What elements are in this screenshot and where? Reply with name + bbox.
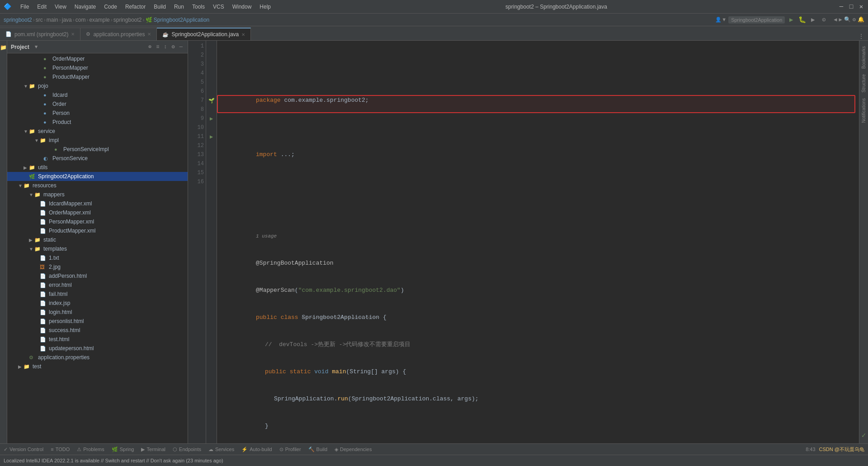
status-todo[interactable]: ≡ TODO	[51, 447, 70, 452]
hide-button[interactable]: ─	[178, 43, 184, 51]
gutter-run-icon-2[interactable]: ▶	[206, 132, 217, 141]
run-button[interactable]: ▶	[787, 15, 796, 24]
menu-build[interactable]: Build	[150, 3, 170, 11]
debug-button[interactable]: 🐛	[797, 15, 807, 24]
vtab-notifications[interactable]: Notifications	[861, 96, 867, 124]
menu-code[interactable]: Code	[100, 3, 121, 11]
nav-back[interactable]: ◀	[834, 16, 837, 23]
coverage-button[interactable]: ▶	[808, 15, 817, 24]
list-item[interactable]: ● Idcard	[7, 90, 188, 100]
vtab-structure[interactable]: Structure	[861, 72, 867, 95]
list-item[interactable]: ● PersonServiceImpl	[7, 145, 188, 154]
search-everywhere[interactable]: 🔍	[844, 16, 851, 23]
list-item[interactable]: ● PersonMapper	[7, 63, 188, 72]
build-icon: 🔨	[308, 447, 315, 452]
list-item[interactable]: 🌿 Springboot2Application	[7, 172, 188, 181]
list-item[interactable]: 📄 fail.html	[7, 290, 188, 299]
list-item[interactable]: ▼ 📁 service	[7, 127, 188, 136]
panel-dropdown[interactable]: ▼	[35, 44, 38, 50]
interface-icon: ◐	[43, 156, 51, 162]
img-icon: 🖼	[40, 264, 47, 270]
list-item[interactable]: ▼ 📁 resources	[7, 181, 188, 190]
list-item[interactable]: ● Order	[7, 100, 188, 109]
list-item[interactable]: ● ProductMapper	[7, 72, 188, 81]
code-content[interactable]: package com.example.springboot2; import …	[217, 41, 859, 443]
menu-file[interactable]: File	[17, 3, 33, 11]
list-item[interactable]: 📄 login.html	[7, 308, 188, 317]
menu-run[interactable]: Run	[170, 3, 188, 11]
menu-vcs[interactable]: VCS	[209, 3, 228, 11]
file-name: 1.txt	[49, 255, 59, 261]
status-version-control[interactable]: ✓ Version Control	[4, 447, 43, 452]
settings-button[interactable]: ⚙	[853, 16, 856, 23]
list-item[interactable]: ▶ 📁 test	[7, 362, 188, 371]
status-spring[interactable]: 🌿 Spring	[112, 447, 134, 452]
status-services[interactable]: ☁ Services	[208, 447, 234, 452]
list-item[interactable]: 📄 error.html	[7, 281, 188, 290]
tab-main-class[interactable]: ☕ Springboot2Application.java ✕	[157, 28, 251, 40]
list-item[interactable]: 🖼 2.jpg	[7, 262, 188, 271]
tab-main-close[interactable]: ✕	[241, 32, 245, 37]
list-item[interactable]: ● OrderMapper	[7, 54, 188, 63]
list-item[interactable]: ● Product	[7, 118, 188, 127]
menu-window[interactable]: Window	[229, 3, 255, 11]
status-profiler[interactable]: ⊙ Profiler	[279, 447, 301, 452]
problems-label: Problems	[83, 447, 104, 452]
tab-properties[interactable]: ⚙ application.properties ✕	[80, 28, 157, 40]
list-item[interactable]: 📄 IdcardMapper.xml	[7, 199, 188, 208]
maximize-button[interactable]: □	[848, 4, 854, 10]
project-icon[interactable]: 📁	[0, 44, 7, 51]
menu-navigate[interactable]: Navigate	[71, 3, 99, 11]
tab-pom[interactable]: 📄 pom.xml (springboot2) ✕	[0, 28, 80, 40]
status-dependencies[interactable]: ◈ Dependencies	[335, 447, 372, 452]
list-item[interactable]: ▶ 📁 static	[7, 235, 188, 244]
status-problems[interactable]: ⚠ Problems	[77, 447, 104, 452]
list-item[interactable]: ▶ 📁 utils	[7, 163, 188, 172]
list-item[interactable]: ◐ PersonService	[7, 154, 188, 163]
list-item[interactable]: 📄 PersonMapper.xml	[7, 217, 188, 226]
tab-menu-button[interactable]: ⋮	[858, 33, 864, 40]
vtab-bookmarks[interactable]: Bookmarks	[861, 44, 867, 71]
tab-properties-close[interactable]: ✕	[147, 32, 151, 37]
list-item[interactable]: ▼ 📁 mappers	[7, 190, 188, 199]
list-item[interactable]: 📄 ProductMapper.xml	[7, 226, 188, 235]
list-item[interactable]: 📄 test.html	[7, 335, 188, 344]
collapse-all-button[interactable]: ≡	[155, 43, 160, 51]
list-item[interactable]: 📄 success.html	[7, 326, 188, 335]
status-auto-build[interactable]: ⚡ Auto-build	[241, 447, 272, 452]
list-item[interactable]: 📄 personlist.html	[7, 317, 188, 326]
list-item[interactable]: ▼ 📁 impl	[7, 136, 188, 145]
folder-icon: 📁	[29, 128, 36, 134]
list-item[interactable]: ▼ 📁 templates	[7, 244, 188, 253]
menu-refactor[interactable]: Refactor	[122, 3, 149, 11]
gutter-bean-icon[interactable]: 🌱	[206, 96, 217, 105]
list-item[interactable]: 📄 1.txt	[7, 253, 188, 262]
run-config-name[interactable]: Springboot2Application	[728, 16, 785, 24]
gutter-run-icon[interactable]: ▶	[206, 114, 217, 123]
menu-help[interactable]: Help	[256, 3, 274, 11]
menu-view[interactable]: View	[51, 3, 70, 11]
list-item[interactable]: 📄 updateperson.html	[7, 344, 188, 353]
menu-tools[interactable]: Tools	[189, 3, 208, 11]
status-build[interactable]: 🔨 Build	[308, 447, 327, 452]
status-terminal[interactable]: ▶ Terminal	[141, 447, 165, 452]
sort-button[interactable]: ↕	[162, 43, 168, 51]
nav-forward[interactable]: ▶	[839, 16, 842, 23]
list-item[interactable]: 📄 addPerson.html	[7, 271, 188, 281]
tab-pom-close[interactable]: ✕	[71, 32, 75, 37]
locate-file-button[interactable]: ⊕	[147, 43, 153, 51]
list-item[interactable]: 📄 OrderMapper.xml	[7, 208, 188, 217]
list-item[interactable]: ▼ 📁 pojo	[7, 81, 188, 90]
minimize-button[interactable]: ─	[838, 4, 844, 10]
profile-button[interactable]: ⊙	[819, 15, 828, 24]
settings-button[interactable]: ⚙	[170, 43, 176, 51]
menu-edit[interactable]: Edit	[33, 3, 50, 11]
notifications-button[interactable]: 🔔	[858, 16, 864, 23]
status-endpoints[interactable]: ⬡ Endpoints	[173, 447, 201, 452]
list-item[interactable]: ● Person	[7, 109, 188, 118]
close-button[interactable]: ✕	[858, 4, 864, 10]
list-item[interactable]: ⚙ application.properties	[7, 353, 188, 362]
breadcrumb-project[interactable]: springboot2	[4, 17, 32, 23]
code-editor[interactable]: 1 2 3 4 5 6 7 8 9 10 11 12 13 14 15 16	[188, 41, 859, 443]
list-item[interactable]: 📄 index.jsp	[7, 299, 188, 308]
